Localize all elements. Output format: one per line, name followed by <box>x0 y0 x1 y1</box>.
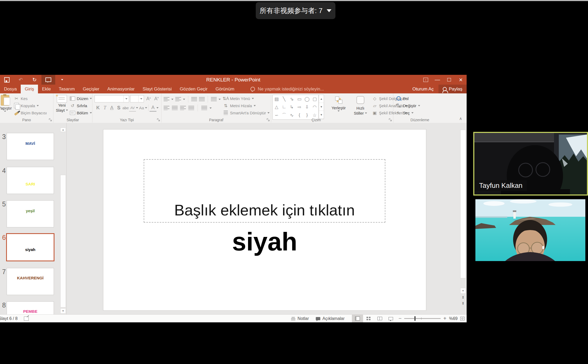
slide-thumbnail-7[interactable]: KAHVERENGİ <box>7 268 54 295</box>
line-spacing-icon[interactable] <box>211 97 217 101</box>
shape-star-icon[interactable]: ☆ <box>313 112 317 118</box>
minimize-button[interactable]: — <box>432 75 443 85</box>
shapes-gallery[interactable]: ▤ ╲ ⇘ ▭ ◯ ▢ △ ∟ ↳ ⇨ ⇩ ◠ ∽ ⌒ ∿ { } <box>272 95 319 120</box>
shrink-font-button[interactable]: A▾ <box>153 96 160 102</box>
numbering-icon[interactable] <box>175 97 181 101</box>
underline-button[interactable]: A <box>108 105 115 111</box>
vertical-scrollbar-thumb[interactable] <box>460 130 466 278</box>
tab-gozden-gecir[interactable]: Gözden Geçir <box>176 85 212 93</box>
zoom-slider[interactable] <box>404 318 441 319</box>
ribbon-display-options-button[interactable]: ↑ <box>420 75 432 85</box>
tell-me-box[interactable]: Ne yapmak istediğinizi söyleyin... <box>250 85 324 93</box>
layout-button[interactable]: Düzen <box>70 95 92 102</box>
previous-slide-icon[interactable]: ▲▲ <box>461 296 465 300</box>
new-slide-button[interactable]: Yeni Slayt <box>55 95 69 113</box>
tab-tasarim[interactable]: Tasarım <box>55 85 79 93</box>
normal-view-button[interactable] <box>352 315 363 322</box>
zoom-slider-thumb[interactable] <box>414 316 416 321</box>
slideshow-view-button[interactable] <box>385 315 397 322</box>
strikethrough-button[interactable]: abe <box>122 105 129 111</box>
participants-button[interactable]: 所有非视频参与者: 7 <box>256 2 335 19</box>
shapes-scroll-down-icon[interactable]: ▼ <box>319 103 324 111</box>
find-button[interactable]: Bul <box>396 95 420 102</box>
font-color-button[interactable]: A <box>150 104 156 112</box>
shape-textbox-icon[interactable]: ▤ <box>274 96 279 102</box>
tab-gecisler[interactable]: Geçişler <box>79 85 103 93</box>
section-button[interactable]: Bölüm <box>70 110 92 116</box>
format-painter-button[interactable]: Biçim Boyacısı <box>14 110 47 116</box>
video-tile-speaker[interactable]: Tayfun Kalkan <box>473 132 588 196</box>
close-button[interactable]: × <box>455 75 467 85</box>
align-text-button[interactable]: ⇅Metni Hizala <box>223 102 270 109</box>
shape-arrow-icon[interactable]: ⇘ <box>290 96 294 102</box>
quick-styles-button[interactable]: Hızlı Stiller <box>351 96 370 116</box>
tab-animasyonlar[interactable]: Animasyonlar <box>103 85 139 93</box>
shape-line-icon[interactable]: ╲ <box>283 96 286 102</box>
reading-view-button[interactable] <box>374 315 385 322</box>
select-button[interactable]: ↖Seç <box>396 110 420 116</box>
slide-thumbnail-3[interactable]: MAVİ <box>7 133 54 160</box>
fit-slide-to-window-icon[interactable] <box>460 317 465 320</box>
columns-icon[interactable] <box>201 106 207 110</box>
tab-ekle[interactable]: Ekle <box>38 85 55 93</box>
smartart-button[interactable]: SmartArt'a Dönüştür <box>223 110 270 116</box>
slide-editor[interactable]: Başlık eklemek için tıklatın siyah <box>103 129 426 311</box>
dialog-launcher-icon[interactable] <box>389 118 392 122</box>
shapes-scroll-up-icon[interactable]: ▲ <box>319 95 324 103</box>
shape-oval-icon[interactable]: ◯ <box>304 96 309 102</box>
align-right-icon[interactable] <box>180 106 186 110</box>
text-direction-button[interactable]: ⇅AMetin Yönü <box>223 95 270 102</box>
title-placeholder[interactable]: Başlık eklemek için tıklatın <box>144 159 385 223</box>
font-size-combobox[interactable] <box>130 95 144 102</box>
dialog-launcher-icon[interactable] <box>157 118 160 122</box>
bold-button[interactable]: K <box>95 105 101 111</box>
replace-button[interactable]: ab→acDeğiştir <box>396 102 420 109</box>
tab-slayt-gosterisi[interactable]: Slayt Gösterisi <box>139 85 176 93</box>
increase-indent-icon[interactable] <box>199 97 205 101</box>
scroll-up-icon[interactable]: ▲ <box>60 128 66 132</box>
shapes-gallery-scrollbar[interactable]: ▲ ▼ ▼ <box>319 95 324 119</box>
font-name-combobox[interactable] <box>95 95 129 102</box>
notes-page-icon[interactable] <box>24 317 29 321</box>
shape-rounded-rectangle-icon[interactable]: ▢ <box>313 96 317 102</box>
panel-scrollbar-thumb[interactable] <box>60 175 66 307</box>
zoom-level[interactable]: %69 <box>449 316 458 321</box>
text-shadow-button[interactable]: S <box>115 105 122 111</box>
shape-triangle-icon[interactable]: △ <box>275 104 278 110</box>
shape-down-arrow-icon[interactable]: ⇩ <box>305 104 309 110</box>
sign-in-button[interactable]: Oturum Aç <box>408 85 438 93</box>
shape-arc-icon[interactable]: ⌒ <box>282 112 286 118</box>
slide-thumbnail-5[interactable]: yeşil <box>7 200 54 227</box>
arrange-button[interactable]: Yerleştir <box>327 96 350 112</box>
zoom-out-icon[interactable]: − <box>399 315 402 322</box>
scroll-down-icon[interactable]: ▼ <box>460 288 466 294</box>
tab-gorunum[interactable]: Görünüm <box>212 85 238 93</box>
video-tile-2[interactable] <box>475 199 585 261</box>
bullets-icon[interactable] <box>164 97 169 101</box>
justify-icon[interactable] <box>188 106 194 110</box>
align-center-icon[interactable] <box>172 106 178 110</box>
share-button[interactable]: Paylaş <box>438 85 467 93</box>
dialog-launcher-icon[interactable] <box>49 118 52 122</box>
shape-right-arrow-icon[interactable]: ⇨ <box>297 104 301 110</box>
collapse-ribbon-icon[interactable]: ∧ <box>459 116 462 121</box>
character-spacing-button[interactable]: AV <box>129 104 136 111</box>
zoom-in-icon[interactable]: + <box>443 315 446 322</box>
shape-rectangle-icon[interactable]: ▭ <box>297 96 301 102</box>
slide-thumbnail-4[interactable]: SARI <box>7 167 54 194</box>
scroll-down-icon[interactable]: ▼ <box>60 308 66 314</box>
restore-button[interactable] <box>443 75 455 85</box>
align-left-icon[interactable] <box>164 106 169 110</box>
slide-thumbnail-8[interactable]: PEMBE <box>7 301 54 315</box>
shape-scribble-icon[interactable]: ∽ <box>275 112 278 118</box>
vertical-scrollbar[interactable]: ▼ ▲▲ ▼▼ <box>460 129 466 306</box>
next-slide-icon[interactable]: ▼▼ <box>461 302 465 306</box>
tab-dosya[interactable]: Dosya <box>0 85 21 93</box>
grow-font-button[interactable]: A▴ <box>145 96 152 102</box>
cut-button[interactable]: ✂Kes <box>14 95 47 102</box>
notes-toggle[interactable]: Notlar <box>288 315 312 322</box>
shape-right-brace-icon[interactable]: } <box>306 112 308 118</box>
shape-freeform-icon[interactable]: ◠ <box>313 104 317 110</box>
slide-sorter-view-button[interactable] <box>363 315 374 322</box>
comments-toggle[interactable]: Açıklamalar <box>312 315 348 322</box>
